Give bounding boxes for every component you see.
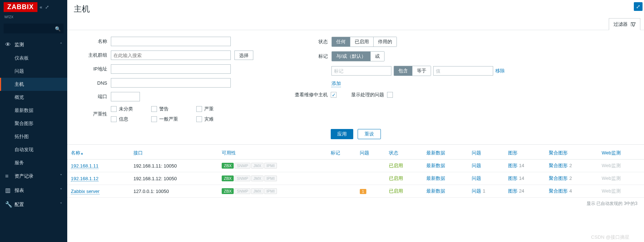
avail-badge: IPMI [264,163,277,169]
col-header[interactable]: Web监测 [598,147,644,160]
graphs-link[interactable]: 图形 [508,176,518,181]
nav-section[interactable]: ≡资产记录˅ [0,169,67,183]
tag-contains[interactable]: 包含 [394,66,412,76]
latest-link[interactable]: 最新数据 [426,188,445,194]
col-header[interactable]: 聚合图形 [545,147,598,160]
sidebar: ZABBIX « ⤢ wrzx 🔍 👁监测˄仪表板问题主机概览最新数据聚合图形拓… [0,0,67,242]
web-cell: Web监测 [602,188,621,194]
issue-badge[interactable]: 1 [360,189,366,194]
availability: ZBXSNMPJMXIPMI [222,188,323,194]
severity-checkbox[interactable] [196,116,202,122]
tag-add-link[interactable]: 添加 [331,80,341,87]
host-link[interactable]: Zabbix server [71,189,100,194]
status-option[interactable]: 已启用 [350,37,374,47]
filter-tab-label: 过滤器 [613,21,628,28]
watermark: CSDN @接口摘星 [591,234,629,241]
suppressed-checkbox[interactable] [387,92,393,98]
brand-logo[interactable]: ZABBIX [4,2,37,12]
problems-link[interactable]: 问题 [472,176,481,181]
chevron-icon: ˄ [60,42,62,47]
host-link[interactable]: 192.168.1.12 [71,176,98,182]
col-header[interactable]: 名称 [67,147,130,160]
sidebar-item[interactable]: 服务 [0,156,67,169]
host-link[interactable]: 192.168.1.11 [71,163,98,169]
col-header[interactable]: 标记 [327,147,356,160]
nav-section[interactable]: 👁监测˄ [0,38,67,52]
problems-link[interactable]: 问题 [472,163,481,168]
avail-badge: IPMI [264,176,277,181]
status-option[interactable]: 停用的 [374,37,397,47]
status-toggle: 任何已启用停用的 [331,37,397,47]
search-icon[interactable]: 🔍 [55,26,61,31]
tagmode-option[interactable]: 与/或（默认） [332,52,371,61]
issues-cell [356,160,385,172]
tag-value-field[interactable] [433,66,493,76]
severity-checkbox[interactable] [111,116,117,122]
sidebar-item[interactable]: 问题 [0,65,67,78]
label-ip: IP地址 [82,66,107,72]
apply-button[interactable]: 应用 [331,129,353,139]
group-select-button[interactable]: 选择 [234,51,253,60]
kiosk-button[interactable]: ⤢ [634,2,643,11]
col-header[interactable]: 最新数据 [423,147,468,160]
page-title: 主机 [67,0,644,18]
port-field[interactable] [111,92,140,101]
iface-cell: 192.168.1.12: 10050 [130,172,218,185]
sidebar-item[interactable]: 最新数据 [0,104,67,117]
collapse-icon[interactable]: « [40,4,42,10]
col-header[interactable]: 状态 [385,147,423,160]
sidebar-item[interactable]: 仪表板 [0,52,67,65]
label-name: 名称 [82,38,107,45]
screens-link[interactable]: 聚合图形 [549,176,568,181]
ip-field[interactable] [111,64,231,74]
filter-panel: 名称 主机群组 选择 IP地址 DNS 端口 [67,30,644,145]
sidebar-item[interactable]: 主机 [0,78,67,91]
severity-checkbox[interactable] [151,116,157,122]
problems-link[interactable]: 问题 [472,188,481,194]
col-header[interactable]: 问题 [468,147,504,160]
sidebar-item[interactable]: 拓扑图 [0,130,67,143]
iface-cell: 127.0.0.1: 10050 [130,185,218,198]
tag-equals[interactable]: 等于 [412,66,431,76]
group-field[interactable] [111,51,231,60]
graphs-link[interactable]: 图形 [508,188,518,194]
tag-op-toggle: 包含 等于 [394,66,431,76]
severity-label: 警告 [159,106,169,112]
reset-button[interactable]: 重设 [358,129,381,139]
tag-key-field[interactable] [331,66,391,76]
status-cell: 已启用 [389,188,403,194]
label-status: 状态 [290,39,328,45]
tag-remove-link[interactable]: 移除 [495,68,505,74]
avail-badge: SNMP [234,188,250,194]
sidebar-item[interactable]: 自动发现 [0,143,67,156]
latest-link[interactable]: 最新数据 [426,163,445,168]
nav-label: 监测 [15,41,24,48]
nav-label: 资产记录 [15,173,33,180]
avail-badge: ZBX [222,176,234,181]
sidebar-item[interactable]: 聚合图形 [0,117,67,130]
col-header[interactable]: 接口 [130,147,218,160]
latest-link[interactable]: 最新数据 [426,176,445,181]
severity-checkbox[interactable] [111,106,117,112]
name-field[interactable] [111,37,231,46]
screens-link[interactable]: 聚合图形 [549,188,568,194]
logo-row: ZABBIX « ⤢ [0,0,67,14]
nav-icon: 🔧 [5,201,15,208]
sidebar-item[interactable]: 概览 [0,91,67,104]
dns-field[interactable] [111,78,231,88]
col-header[interactable]: 图形 [504,147,545,160]
maint-checkbox[interactable]: ✓ [331,92,337,98]
col-header[interactable]: 问题 [356,147,385,160]
filter-toggle[interactable]: 过滤器 �⃒ ▽ [609,18,640,30]
severity-checkbox[interactable] [196,106,202,112]
nav-section[interactable]: 🔧配置˅ [0,197,67,211]
nav-section[interactable]: ▥报表˅ [0,183,67,197]
severity-checkbox[interactable] [151,106,157,112]
tagmode-option[interactable]: 或 [371,52,384,61]
col-header[interactable]: 可用性 [218,147,327,160]
fullscreen-icon[interactable]: ⤢ [45,4,49,10]
graphs-link[interactable]: 图形 [508,163,518,168]
status-option[interactable]: 任何 [332,37,350,47]
screens-link[interactable]: 聚合图形 [549,163,568,168]
web-cell: Web监测 [602,176,621,181]
